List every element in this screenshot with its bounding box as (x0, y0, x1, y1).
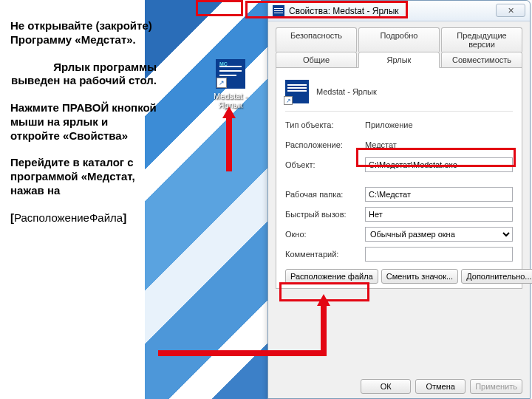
input-workdir[interactable] (365, 187, 513, 202)
select-window[interactable]: Обычный размер окна (365, 227, 513, 242)
label-object-type: Тип объекта: (285, 120, 365, 129)
tab-previous-versions[interactable]: Предыдущие версии (441, 27, 522, 52)
label-workdir: Рабочая папка: (285, 190, 365, 199)
ok-button[interactable]: ОК (361, 379, 411, 394)
change-icon-button[interactable]: Сменить значок... (381, 269, 459, 284)
open-file-location-button[interactable]: Расположение файла (285, 269, 378, 284)
tab-security[interactable]: Безопасность (276, 27, 357, 52)
dialog-footer: ОК Отмена Применить (361, 379, 522, 394)
dialog-titlebar[interactable]: Свойства: Medstat - Ярлык ✕ (268, 1, 530, 21)
shortcut-buttons-row: Расположение файла Сменить значок... Доп… (285, 269, 513, 284)
tab-row-2: Общие Ярлык Совместимость (276, 52, 522, 67)
medstat-icon: MC ↗ (216, 59, 245, 89)
instruction-line-4: Перейдите в каталог с программой «Медста… (10, 156, 157, 197)
shortcut-name: Medstat - Ярлык (316, 87, 377, 96)
properties-dialog: Свойства: Medstat - Ярлык ✕ Безопасность… (267, 0, 531, 399)
shortcut-big-icon: ↗ (285, 80, 309, 103)
tab-body-shortcut: ↗ Medstat - Ярлык Тип объекта: Приложени… (276, 67, 522, 289)
dialog-title: Свойства: Medstat - Ярлык (289, 6, 399, 16)
instruction-line-2: Ярлык программы выведен на рабочий стол. (10, 61, 157, 89)
instruction-line-1: Не открывайте (закройте) Программу «Медс… (10, 19, 157, 47)
input-target[interactable] (365, 157, 513, 172)
label-hotkey: Быстрый вызов: (285, 210, 365, 219)
desktop-shortcut-label: Medstat - Ярлык (207, 92, 254, 109)
desktop-shortcut[interactable]: MC ↗ Medstat - Ярлык (207, 59, 254, 109)
shortcut-header: ↗ Medstat - Ярлык (285, 75, 513, 112)
tab-shortcut[interactable]: Ярлык (358, 52, 440, 68)
tabs-area: Безопасность Подробно Предыдущие версии … (268, 21, 530, 289)
titlebar-app-icon (273, 5, 284, 17)
label-comment: Комментарий: (285, 250, 365, 259)
label-location: Расположение: (285, 140, 365, 149)
label-target: Объект: (285, 160, 365, 169)
value-object-type: Приложение (365, 120, 513, 129)
apply-button[interactable]: Применить (470, 379, 522, 394)
input-hotkey[interactable] (365, 207, 513, 222)
instruction-line-5: [РасположениеФайла] (10, 211, 157, 225)
advanced-button[interactable]: Дополнительно... (461, 269, 532, 284)
instruction-line-3: Нажмите ПРАВОЙ кнопкой мыши на ярлык и о… (10, 101, 157, 143)
input-comment[interactable] (365, 247, 513, 262)
close-button[interactable]: ✕ (496, 4, 525, 17)
cancel-button[interactable]: Отмена (415, 379, 466, 394)
value-location: Медстат (365, 140, 513, 149)
bracket-close: ] (123, 211, 126, 224)
tab-general[interactable]: Общие (276, 52, 357, 67)
instruction-button-name: РасположениеФайла (14, 211, 123, 224)
shortcut-arrow-icon: ↗ (216, 78, 227, 88)
tab-row-1: Безопасность Подробно Предыдущие версии (276, 27, 522, 52)
tab-compatibility[interactable]: Совместимость (441, 52, 522, 67)
instruction-panel: Не открывайте (закройте) Программу «Медс… (10, 19, 157, 225)
tab-details[interactable]: Подробно (358, 27, 440, 52)
label-window: Окно: (285, 230, 365, 239)
